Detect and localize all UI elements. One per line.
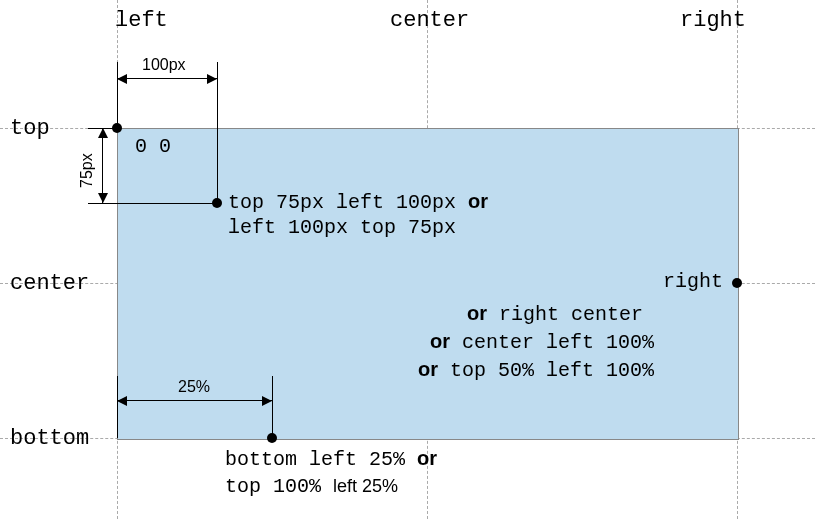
point-right	[732, 278, 742, 288]
dim-100px-cap-l	[117, 62, 118, 128]
dim-25pct-cap-l	[117, 376, 118, 438]
dim-25pct-arrow-r	[262, 396, 272, 406]
label-offset-1-text: top 75px left 100px	[228, 191, 468, 214]
label-bottom-2a: top 100%	[225, 475, 333, 498]
label-bottom-1-text: bottom left 25%	[225, 448, 417, 471]
dim-25pct-arrow-l	[117, 396, 127, 406]
axis-label-top: top	[10, 116, 50, 141]
label-right-3: or center left 100%	[430, 330, 654, 354]
kw-or-1: or	[468, 190, 488, 212]
label-right-1: right	[663, 270, 723, 293]
label-bottom-2: top 100% left 25%	[225, 475, 398, 498]
axis-label-right: right	[680, 8, 746, 33]
label-bottom-1: bottom left 25% or	[225, 447, 437, 471]
dim-25pct-label: 25%	[178, 378, 210, 396]
axis-label-centerL: center	[10, 271, 89, 296]
dim-25pct-cap-r	[272, 376, 273, 438]
dim-75px-label: 75px	[78, 153, 96, 188]
dim-75px-arrow-t	[98, 128, 108, 138]
label-right-3-text: center left 100%	[462, 331, 654, 354]
label-right-2: or right center	[467, 302, 643, 326]
label-offset-1: top 75px left 100px or	[228, 190, 488, 214]
kw-or-3: or	[430, 330, 450, 352]
dim-75px-line	[102, 128, 103, 203]
dim-25pct-line	[117, 400, 272, 401]
position-box	[117, 128, 739, 440]
dim-100px-arrow-r	[207, 74, 217, 84]
kw-or-4: or	[418, 358, 438, 380]
dim-100px-arrow-l	[117, 74, 127, 84]
axis-label-center: center	[390, 8, 469, 33]
diagram-stage: left center right top center bottom 100p…	[0, 0, 815, 519]
dim-75px-cap-b	[88, 203, 217, 204]
dim-100px-label: 100px	[142, 56, 186, 74]
kw-or-5: or	[417, 447, 437, 469]
label-offset-2: left 100px top 75px	[228, 216, 456, 239]
dim-100px-cap-r	[217, 62, 218, 203]
point-offset	[212, 198, 222, 208]
label-right-4-text: top 50% left 100%	[450, 359, 654, 382]
label-origin: 0 0	[135, 135, 171, 158]
point-bottom	[267, 433, 277, 443]
axis-label-bottom: bottom	[10, 426, 89, 451]
point-origin	[112, 123, 122, 133]
label-bottom-2b: left 25%	[333, 476, 398, 496]
dim-100px-line	[117, 78, 217, 79]
kw-or-2: or	[467, 302, 487, 324]
label-right-2-text: right center	[499, 303, 643, 326]
axis-label-left: left	[115, 8, 168, 33]
label-right-4: or top 50% left 100%	[418, 358, 654, 382]
dim-75px-arrow-b	[98, 193, 108, 203]
